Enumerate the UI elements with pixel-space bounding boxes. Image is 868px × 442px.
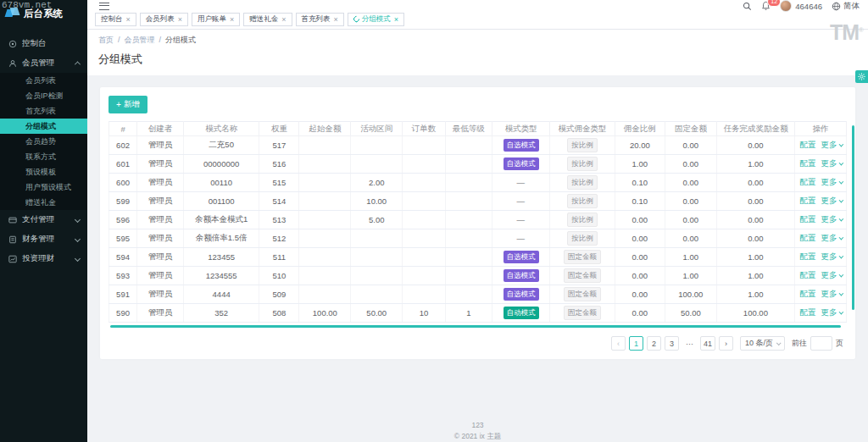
notification-count-badge: 12 [767,0,781,7]
config-link[interactable]: 配置 [800,177,816,186]
sidebar-collapse-icon[interactable] [99,3,109,10]
creator-cell: 管理员 [137,136,184,155]
topbar-right: 12 464646 简体 [743,0,860,12]
vertical-scrollbar[interactable] [852,125,854,310]
plus-icon: + [116,101,121,109]
search-icon[interactable] [743,2,752,11]
sidebar-item-联系方式[interactable]: 联系方式 [0,149,87,164]
range-cell [351,267,403,285]
mode-type-cell: — [492,174,550,192]
orders-cell: 10 [403,304,445,323]
page-button-41[interactable]: 41 [700,336,715,351]
tab-close-icon[interactable]: × [394,15,398,24]
sidebar-item-会员IP检测[interactable]: 会员IP检测 [0,88,87,103]
sidebar-item-首充列表[interactable]: 首充列表 [0,103,87,119]
sidebar-subitem-label: 会员列表 [25,75,80,86]
sidebar-item-用户预设模式[interactable]: 用户预设模式 [0,180,87,195]
more-link[interactable]: 更多 [821,251,842,261]
more-link[interactable]: 更多 [821,158,842,168]
add-button[interactable]: + 新增 [108,96,147,113]
sidebar-item-会员管理[interactable]: 会员管理 [0,53,87,73]
more-link[interactable]: 更多 [821,233,842,242]
more-link[interactable]: 更多 [821,177,842,186]
page-button-3[interactable]: 3 [665,336,679,351]
more-link[interactable]: 更多 [821,270,842,279]
config-link[interactable]: 配置 [800,270,816,279]
more-link[interactable]: 更多 [821,140,842,149]
commission-type-cell: 固定金额 [550,267,615,285]
sidebar-item-支付管理[interactable]: 支付管理 [0,210,87,229]
config-link[interactable]: 配置 [800,251,816,261]
breadcrumb-item[interactable]: 首页 [98,35,114,46]
tab-赠送礼金[interactable]: 赠送礼金× [243,13,292,26]
chevron-down-icon [838,310,843,315]
sidebar-item-赠送礼金[interactable]: 赠送礼金 [0,195,87,210]
mode-name-cell: 余额倍率1.5倍 [183,229,259,248]
sidebar-item-会员列表[interactable]: 会员列表 [0,73,87,88]
config-link[interactable]: 配置 [800,196,816,205]
more-link[interactable]: 更多 [821,214,842,224]
prev-page-button[interactable]: ‹ [611,336,626,351]
tab-close-icon[interactable]: × [126,15,131,24]
range-cell [351,285,403,304]
more-link[interactable]: 更多 [821,196,842,205]
sidebar-item-控制台[interactable]: 控制台 [0,34,87,53]
config-link[interactable]: 配置 [800,140,816,149]
user-menu[interactable]: 464646 [780,0,822,12]
more-link[interactable]: 更多 [821,289,842,298]
min-level-cell [445,136,492,155]
breadcrumb-item[interactable]: 会员管理 [125,35,155,46]
more-link[interactable]: 更多 [821,307,842,317]
tab-label: 分组模式 [362,14,391,25]
tab-用户账单[interactable]: 用户账单× [192,13,240,26]
ratio-cell: 0.00 [615,285,665,304]
tab-close-icon[interactable]: × [334,15,338,24]
sidebar-item-label: 控制台 [22,38,80,49]
goto-page-input[interactable] [810,336,832,351]
tab-close-icon[interactable]: × [230,15,234,24]
config-link[interactable]: 配置 [800,289,816,298]
weight-cell: 516 [259,155,299,174]
fixed-amount-cell: 50.00 [665,304,716,323]
tab-分组模式[interactable]: 分组模式× [348,13,404,26]
sidebar-subitem-label: 赠送礼金 [25,197,80,208]
fixed-amount-cell: 1.00 [665,267,716,285]
config-link[interactable]: 配置 [800,214,816,224]
pagination: ‹123···41›10 条/页前往页 [112,336,843,351]
tab-控制台[interactable]: 控制台× [95,13,136,26]
config-link[interactable]: 配置 [800,158,816,168]
sidebar-item-会员趋势[interactable]: 会员趋势 [0,134,87,149]
page-button-1[interactable]: 1 [629,336,643,351]
creator-cell: 管理员 [137,304,184,323]
per-page-select[interactable]: 10 条/页 [740,336,785,351]
sidebar-item-投资理财[interactable]: 投资理财 [0,249,87,268]
chevron-down-icon [838,161,843,166]
reward-amount-cell: 1.00 [716,267,794,285]
member-icon [8,58,17,68]
chevron-down-icon [776,340,782,345]
invest-icon [8,254,17,263]
tab-close-icon[interactable]: × [281,15,286,24]
tab-会员列表[interactable]: 会员列表× [140,13,188,26]
horizontal-scrollbar[interactable] [110,325,841,328]
sidebar-item-分组模式[interactable]: 分组模式 [0,119,87,134]
refresh-icon[interactable] [352,15,360,24]
reward-amount-cell: 0.00 [716,192,794,211]
language-switcher[interactable]: 简体 [832,1,860,12]
page-button-2[interactable]: 2 [647,336,661,351]
actions-cell: 配置更多 [795,229,847,248]
config-link[interactable]: 配置 [800,233,816,242]
chevron-down-icon [75,236,81,242]
start-amount-cell: 100.00 [299,304,351,323]
settings-gear-button[interactable] [855,70,868,83]
config-link[interactable]: 配置 [800,307,816,317]
next-page-button[interactable]: › [719,336,733,351]
sidebar-item-财务管理[interactable]: 财务管理 [0,229,87,249]
sidebar-subitem-label: 联系方式 [25,152,80,163]
notifications-bell-icon[interactable]: 12 [761,1,771,11]
tab-close-icon[interactable]: × [178,15,182,24]
sidebar-item-预设模板[interactable]: 预设模板 [0,164,87,180]
range-cell: 10.00 [351,192,403,211]
tab-首充列表[interactable]: 首充列表× [296,13,344,26]
weight-cell: 508 [259,304,299,323]
